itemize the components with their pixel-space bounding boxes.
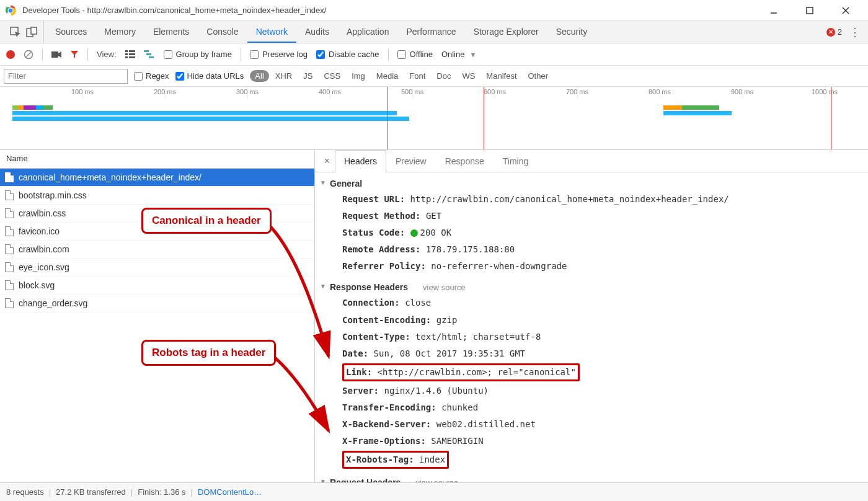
status-dot-icon (410, 229, 418, 237)
svg-rect-19 (144, 50, 149, 52)
timeline-tick: 300 ms (236, 88, 259, 95)
name-column-header[interactable]: Name (0, 150, 314, 169)
timeline-tick: 100 ms (71, 88, 94, 95)
request-row[interactable]: canonical_home+meta_noindex+header_index… (0, 169, 314, 187)
clear-icon[interactable] (24, 50, 33, 60)
main-tabs: SourcesMemoryElementsConsoleNetworkAudit… (0, 21, 868, 43)
offline-checkbox[interactable] (397, 50, 406, 59)
request-row[interactable]: crawlbin.com (0, 241, 314, 259)
request-name: bootstrap.min.css (19, 190, 87, 200)
filter-type-css[interactable]: CSS (319, 70, 345, 82)
filter-type-font[interactable]: Font (404, 70, 430, 82)
hide-data-urls-checkbox[interactable] (175, 72, 184, 81)
request-name: eye_icon.svg (19, 262, 69, 272)
device-toggle-icon[interactable] (26, 27, 37, 38)
filter-input[interactable] (4, 69, 128, 84)
tab-memory[interactable]: Memory (95, 21, 144, 43)
minimize-button[interactable] (761, 2, 786, 19)
preserve-log-checkbox[interactable] (250, 50, 259, 59)
filter-type-ws[interactable]: WS (457, 70, 480, 82)
request-row[interactable]: block.svg (0, 277, 314, 295)
tab-performance[interactable]: Performance (397, 21, 464, 43)
response-header-row: X-Frame-Options: SAMEORIGIN (315, 433, 868, 450)
waterfall-view-icon[interactable] (144, 50, 155, 59)
tab-elements[interactable]: Elements (144, 21, 198, 43)
file-icon (5, 244, 14, 254)
response-header-row: Content-Encoding: gzip (315, 312, 868, 329)
response-header-row: X-Robots-Tag: index (315, 450, 868, 470)
error-badge[interactable]: ✕2 (826, 27, 842, 37)
tab-console[interactable]: Console (198, 21, 247, 43)
svg-rect-12 (51, 51, 58, 58)
status-domcontent: DOMContentLo… (198, 487, 262, 497)
tab-application[interactable]: Application (338, 21, 398, 43)
group-by-frame-checkbox[interactable] (164, 50, 172, 59)
timeline-tick: 1000 ms (812, 88, 838, 95)
detail-tab-headers[interactable]: Headers (335, 150, 386, 172)
network-timeline[interactable]: 100 ms200 ms300 ms400 ms500 ms600 ms700 … (0, 87, 868, 150)
kebab-menu-icon[interactable]: ⋮ (849, 25, 861, 39)
file-icon (5, 262, 14, 272)
timeline-tick: 400 ms (319, 88, 341, 95)
svg-rect-13 (125, 50, 128, 52)
list-view-icon[interactable] (125, 50, 135, 59)
response-header-row: Transfer-Encoding: chunked (315, 399, 868, 416)
status-bar: 8 requests| 27.2 KB transferred| Finish:… (0, 482, 868, 501)
tab-audits[interactable]: Audits (296, 21, 338, 43)
filter-type-img[interactable]: Img (347, 70, 370, 82)
tab-network[interactable]: Network (247, 21, 296, 43)
filter-type-doc[interactable]: Doc (432, 70, 456, 82)
inspect-icon[interactable] (10, 27, 21, 38)
tab-sources[interactable]: Sources (46, 21, 95, 43)
maximize-button[interactable] (797, 2, 822, 19)
filter-icon[interactable] (70, 50, 79, 59)
response-header-row: Connection: close (315, 295, 868, 311)
request-row[interactable]: bootstrap.min.css (0, 187, 314, 205)
filter-type-media[interactable]: Media (371, 70, 403, 82)
request-name: block.svg (19, 280, 55, 290)
svg-rect-21 (149, 56, 154, 58)
filter-type-other[interactable]: Other (523, 70, 554, 82)
regex-checkbox[interactable] (134, 72, 143, 81)
detail-tab-timing[interactable]: Timing (494, 150, 538, 172)
general-section[interactable]: General (315, 176, 868, 191)
throttle-select[interactable]: Online▼ (441, 50, 476, 59)
detail-tab-response[interactable]: Response (436, 150, 494, 172)
status-transferred: 27.2 KB transferred (56, 487, 126, 497)
svg-rect-4 (807, 7, 813, 14)
request-name: change_order.svg (19, 298, 87, 308)
response-header-row: Content-Type: text/html; charset=utf-8 (315, 329, 868, 345)
status-finish: Finish: 1.36 s (138, 487, 185, 497)
request-name: crawlbin.css (19, 208, 66, 218)
timeline-tick: 200 ms (154, 88, 176, 95)
request-row[interactable]: eye_icon.svg (0, 259, 314, 277)
view-label: View: (97, 50, 117, 59)
svg-rect-14 (129, 50, 135, 52)
record-button[interactable] (6, 50, 15, 59)
tab-security[interactable]: Security (547, 21, 596, 43)
timeline-tick: 700 ms (566, 88, 588, 95)
file-icon (5, 172, 14, 182)
network-toolbar: View: Group by frame Preserve log Disabl… (0, 43, 868, 66)
tab-storage-explorer[interactable]: Storage Explorer (465, 21, 547, 43)
camera-icon[interactable] (51, 51, 61, 58)
filter-type-js[interactable]: JS (298, 70, 317, 82)
filter-type-xhr[interactable]: XHR (270, 70, 297, 82)
response-headers-section[interactable]: Response Headersview source (315, 280, 868, 295)
file-icon (5, 298, 14, 308)
file-icon (5, 208, 14, 218)
timeline-tick: 900 ms (731, 88, 753, 95)
file-icon (5, 280, 14, 290)
disable-cache-checkbox[interactable] (316, 50, 325, 59)
detail-tab-preview[interactable]: Preview (386, 150, 436, 172)
close-button[interactable] (833, 2, 858, 19)
request-row[interactable]: change_order.svg (0, 295, 314, 313)
filter-type-all[interactable]: All (250, 70, 268, 82)
request-name: canonical_home+meta_noindex+header_index… (19, 172, 202, 182)
view-source-link[interactable]: view source (423, 283, 466, 292)
timeline-tick: 600 ms (484, 88, 506, 95)
response-header-row: X-Backend-Server: web02.distilled.net (315, 416, 868, 433)
close-details-icon[interactable]: ✕ (319, 150, 335, 172)
filter-type-manifest[interactable]: Manifest (481, 70, 521, 82)
annotation-canonical: Canonical in a header (141, 208, 272, 234)
